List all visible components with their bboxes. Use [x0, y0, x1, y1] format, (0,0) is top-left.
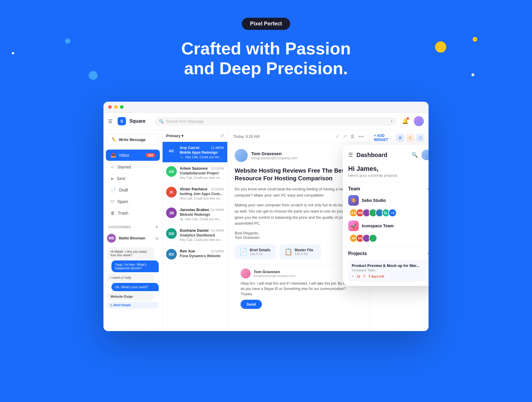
email-sender-4: Dushane Daniel [180, 228, 209, 233]
email-subject-0: Mobile Apps Redesign [180, 150, 224, 155]
reply-text: Okay bro. I will read first and If I int… [241, 281, 356, 297]
widget-icon-1[interactable]: ⊞ [396, 134, 404, 142]
category-add-icon[interactable]: ⊕ [155, 236, 159, 241]
email-item-1[interactable]: AS Artem Sazonov 10:53PM Codadollaroute … [163, 163, 227, 183]
dashboard-search-icon[interactable]: 🔍 [411, 152, 418, 158]
team-more-icon[interactable]: ••• [427, 186, 429, 192]
attachment-master[interactable]: 📋 Master File 146.5 Kb [280, 244, 321, 259]
email-item-4[interactable]: DD Dushane Daniel 03:49PM Analytics Dash… [163, 225, 227, 245]
task-icon: ✓ [352, 274, 354, 278]
search-bar[interactable]: 🔍 Search from Message ▾ [155, 117, 397, 126]
dashboard-overlay: ☰ Dashboard 🔍 Hi James, here's your curr… [343, 145, 429, 286]
team-section-title: Team [348, 186, 360, 192]
spam-label: Spam [117, 199, 128, 204]
hero-section: Pixel Perfect Crafted with Passion and D… [0, 0, 532, 102]
email-avatar-5: RX [166, 249, 177, 260]
reply-avatar [241, 268, 251, 278]
attach-brief-size: 146.5 Kb [250, 252, 270, 256]
email-subject-1: Codadollaroute Project [180, 171, 224, 175]
trash-icon: 🗑 [111, 210, 115, 215]
email-item-5[interactable]: RX Ren Xue 10:53PM Fone Dynamics Website [163, 245, 227, 263]
dashboard-projects-header: Projects ••• [348, 251, 429, 256]
category-item-mattie[interactable]: MB Mattie Blooman ⊕ [103, 231, 162, 245]
iconspace-members: AF KA [349, 234, 429, 242]
attach-master-size: 146.5 Kb [295, 252, 313, 256]
search-dropdown-icon[interactable]: ▾ [391, 119, 392, 123]
deco-circle-6 [12, 52, 14, 54]
spam-icon: 🛡 [111, 200, 114, 204]
compose-icon: ✏️ [111, 137, 116, 142]
categories-chevron[interactable]: ▾ [156, 225, 158, 229]
write-message-button[interactable]: ✏️ Write Message [107, 134, 159, 145]
email-preview-4: Hey Cak, Could you free now? Can you loo… [180, 238, 224, 241]
user-avatar-top[interactable] [414, 116, 424, 126]
deco-circle-3 [435, 41, 446, 53]
more-actions-icon[interactable]: ••• [359, 134, 364, 139]
sidebar-item-inbox[interactable]: 📥 Inbox 102 [106, 150, 160, 161]
attach-brief-info: Brief Details 146.5 Kb [250, 248, 270, 256]
dashboard-menu-icon[interactable]: ☰ [348, 152, 353, 158]
deco-circle-4 [473, 37, 477, 42]
sidebar-item-draft[interactable]: 📄 Draft [106, 184, 160, 196]
email-from-details: Tom Gravesen tomgravesen@company.com [251, 151, 297, 160]
draft-label: Draft [119, 188, 128, 192]
email-avatar-3: JB [166, 208, 177, 218]
inbox-icon: 📥 [111, 153, 116, 158]
chat-bubble-3: I need u'r help [107, 273, 154, 282]
widget-icon-3[interactable]: ◫ [416, 134, 424, 142]
refresh-button[interactable]: ↺ [220, 133, 224, 139]
email-sender-3: Jaroslav Brabec [180, 208, 209, 212]
categories-section: CATEGORIES ▾ MB Mattie Blooman ⊕ [103, 223, 162, 245]
reply-from-info: Tom Gravesen tomgravesen@company.com [254, 270, 296, 278]
deco-circle-5 [471, 73, 474, 76]
sidebar-item-sent[interactable]: ➤ Sent [106, 173, 160, 184]
sidebar-item-starred[interactable]: ☆ Starred [106, 161, 160, 173]
email-from-addr: tomgravesen@company.com [251, 156, 297, 160]
project-card[interactable]: Product Preview & Mock up for Mar... Ico… [348, 260, 429, 282]
team-card-sebo: 🎨 Sebo Studio [348, 195, 429, 206]
deco-circle-2 [89, 71, 98, 80]
chat-bubble-1: Hi Mattie :) Are you totaly free this we… [107, 247, 154, 259]
primary-dropdown[interactable]: Primary ▾ [166, 134, 184, 138]
notification-button[interactable]: 🔔 [400, 116, 410, 126]
projects-more-icon[interactable]: ••• [427, 251, 429, 256]
attachment-brief[interactable]: 📄 Brief Details 146.5 Kb [235, 244, 276, 259]
dashboard-title: Dashboard [356, 152, 387, 158]
expand-icon[interactable]: ⤢ [335, 134, 339, 139]
hamburger-icon[interactable]: ☰ [108, 119, 112, 124]
delete-icon[interactable]: 🗑 [350, 134, 355, 139]
email-item-3[interactable]: JB Jaroslav Brabec 03:49PM Website Redes… [163, 204, 227, 225]
add-widget-button[interactable]: + ADD WIDGET [374, 134, 396, 142]
email-actions: ⤢ ↗ 🗑 ••• [335, 134, 364, 139]
sidebar-item-spam[interactable]: 🛡 Spam [106, 196, 160, 207]
attachment-icon-3: 📎 [180, 218, 183, 221]
app-container: ☰ S Square 🔍 Search from Message ▾ 🔔 ✏️ … [103, 102, 429, 331]
traffic-light-yellow[interactable] [114, 105, 118, 109]
dashboard-avatar[interactable] [421, 150, 429, 160]
attach-brief-name: Brief Details [250, 248, 270, 252]
widget-icon-2[interactable]: ⊟ [406, 134, 414, 142]
traffic-light-green[interactable] [120, 105, 124, 109]
hero-title: Crafted with Passion and Deep Precision. [163, 39, 369, 78]
email-content-4: Dushane Daniel 03:49PM Analytics Dashboa… [180, 228, 224, 241]
traffic-light-red[interactable] [108, 105, 112, 109]
email-content-5: Ren Xue 10:53PM Fone Dynamics Website [180, 249, 224, 258]
chat-attachment-thumb: 📎 Brief Details [107, 302, 159, 309]
email-sender-0: Any Carrol [180, 145, 199, 150]
email-item-0[interactable]: AC Any Carrol 12:48PM Mobile Apps Redesi… [163, 142, 227, 163]
dashboard-team-section: Team ••• 🎨 Sebo Studio KA RR EL [343, 182, 429, 247]
attach-master-name: Master File [295, 248, 313, 252]
clock-icon: ⏱ [363, 275, 366, 278]
trash-label: Trash [118, 211, 128, 215]
email-item-2[interactable]: R Victor Pacheco 10:53PM Inviting Join A… [163, 183, 227, 204]
share-icon[interactable]: ↗ [343, 134, 347, 139]
sent-label: Sent [117, 176, 125, 181]
chat-bubble-section: Hi Mattie :) Are you totaly free this we… [103, 245, 162, 311]
send-button[interactable]: Send [241, 300, 262, 309]
email-avatar-2: R [166, 187, 177, 197]
email-preview-1: Hey Cak, Could you free now? Can you loo… [180, 176, 224, 179]
email-from-avatar [235, 149, 248, 162]
inbox-label: Inbox [119, 153, 129, 158]
attachment-icon-0: 📎 [180, 155, 183, 159]
sidebar-item-trash[interactable]: 🗑 Trash [106, 208, 160, 218]
